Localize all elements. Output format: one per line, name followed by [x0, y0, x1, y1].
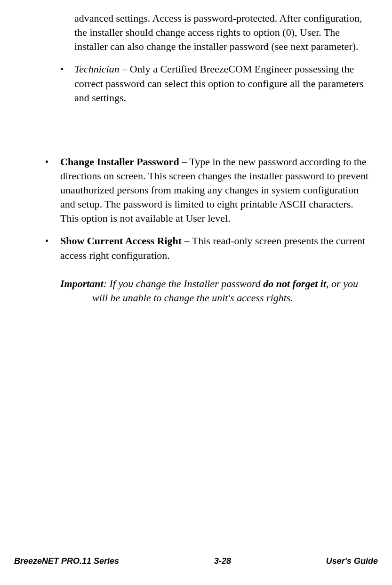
page-footer: BreezeNET PRO.11 Series 3-28 User's Guid…	[14, 556, 378, 566]
footer-center: 3-28	[214, 556, 231, 566]
technician-label: Technician	[74, 63, 120, 75]
change-password-label: Change Installer Password	[60, 156, 179, 168]
bullet-show-access: • Show Current Access Right – This read-…	[45, 234, 371, 262]
bullet-change-password: • Change Installer Password – Type in th…	[45, 155, 371, 226]
continued-paragraph: advanced settings. Access is password-pr…	[60, 11, 371, 54]
important-label: Important	[60, 278, 104, 289]
bullet-icon: •	[60, 62, 74, 104]
page-content: advanced settings. Access is password-pr…	[14, 11, 378, 305]
important-note: Important: If you change the Installer p…	[73, 277, 371, 305]
bullet-text: Change Installer Password – Type in the …	[60, 155, 371, 226]
important-text-1: : If you change the Installer password	[104, 278, 264, 289]
show-access-label: Show Current Access Right	[60, 235, 182, 247]
bullet-icon: •	[45, 234, 60, 262]
footer-left: BreezeNET PRO.11 Series	[14, 556, 119, 566]
bullet-text: Show Current Access Right – This read-on…	[60, 234, 371, 262]
section-gap	[60, 113, 371, 155]
bullet-technician: • Technician – Only a Certified BreezeCO…	[60, 62, 371, 104]
bullet-icon: •	[45, 155, 60, 226]
important-bold: do not forget it	[263, 278, 326, 289]
bullet-text: Technician – Only a Certified BreezeCOM …	[74, 62, 371, 104]
footer-right: User's Guide	[326, 556, 378, 566]
